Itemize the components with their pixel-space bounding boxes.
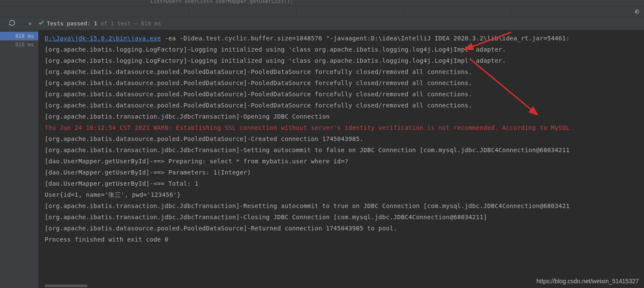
tests-passed-label: Tests passed: (47, 20, 91, 27)
editor-top-bar: List<User> userList= userMapper.getUserL… (0, 0, 644, 6)
console-line: [dao.UserMapper.getUserById]-==> Prepari… (45, 156, 644, 167)
tabs-bar (0, 6, 644, 17)
console-line: [org.apache.ibatis.transaction.jdbc.Jdbc… (45, 200, 644, 211)
console-line: [dao.UserMapper.getUserById]-==> Paramet… (45, 167, 644, 178)
tab[interactable] (404, 6, 511, 17)
console-line: [org.apache.ibatis.transaction.jdbc.Jdbc… (45, 144, 644, 156)
console-line: [org.apache.ibatis.transaction.jdbc.Jdbc… (45, 211, 644, 223)
console-line: [org.apache.ibatis.datasource.pooled.Poo… (45, 223, 644, 234)
chevron-right-icon[interactable]: » (28, 20, 32, 27)
console-line: [org.apache.ibatis.datasource.pooled.Poo… (45, 100, 644, 111)
gear-icon[interactable] (633, 8, 640, 16)
console-line: User{id=1, name='张三', pwd='123456'} (45, 189, 644, 200)
console-line: D:\Java\jdk-15.0.2\bin\java.exe -ea -Did… (45, 33, 644, 44)
console-line: Process finished with exit code 0 (45, 234, 644, 245)
console-line: [dao.UserMapper.getUserById]-<== Total: … (45, 178, 644, 189)
horizontal-scrollbar[interactable] (45, 285, 88, 287)
console-warn-line: Thu Jun 24 10:12:54 CST 2021 WARN: Estab… (45, 122, 644, 133)
tab[interactable] (82, 6, 189, 17)
tests-summary: of 1 test – 818 ms (101, 20, 161, 27)
tab[interactable] (296, 6, 404, 17)
watermark: https://blog.csdn.net/weixin_51415327 (537, 278, 639, 285)
tab[interactable] (0, 6, 82, 17)
console-line: [org.apache.ibatis.datasource.pooled.Poo… (45, 133, 644, 144)
console-line: [org.apache.ibatis.datasource.pooled.Poo… (45, 77, 644, 89)
console-line: [org.apache.ibatis.logging.LogFactory]-L… (45, 55, 644, 66)
refresh-icon[interactable] (9, 19, 15, 28)
console-output[interactable]: D:\Java\jdk-15.0.2\bin\java.exe -ea -Did… (39, 30, 644, 288)
test-toolbar: » Tests passed: 1 of 1 test – 818 ms (0, 17, 644, 30)
check-icon (38, 20, 44, 27)
console-line: [org.apache.ibatis.transaction.jdbc.Jdbc… (45, 111, 644, 122)
tab[interactable] (189, 6, 296, 17)
timing-row[interactable]: 818 ms (0, 40, 38, 49)
main-content: 818 ms 818 ms D:\Java\jdk-15.0.2\bin\jav… (0, 30, 644, 288)
java-exe-link[interactable]: D:\Java\jdk-15.0.2\bin\java.exe (45, 35, 161, 42)
tests-count: 1 (94, 20, 97, 27)
console-line: [org.apache.ibatis.datasource.pooled.Poo… (45, 66, 644, 77)
code-fragment: List<User> userList= userMapper.getUserL… (150, 0, 293, 4)
timing-panel: 818 ms 818 ms (0, 30, 39, 288)
console-line: [org.apache.ibatis.datasource.pooled.Poo… (45, 89, 644, 100)
tests-status: Tests passed: 1 of 1 test – 818 ms (47, 20, 161, 27)
console-line: [org.apache.ibatis.logging.LogFactory]-L… (45, 44, 644, 55)
timing-row[interactable]: 818 ms (0, 32, 38, 40)
java-args: -ea -Didea.test.cyclic.buffer.size=10485… (161, 35, 570, 42)
